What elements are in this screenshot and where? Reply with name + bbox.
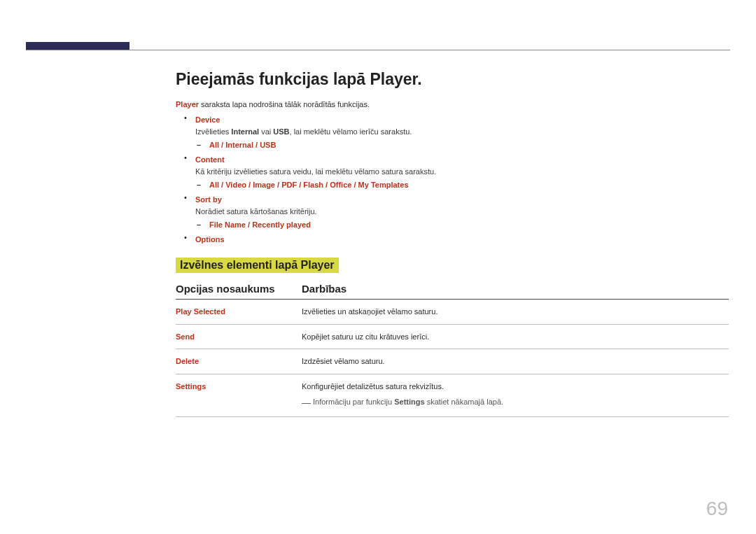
intro-text: Player saraksta lapa nodrošina tālāk nor… xyxy=(176,99,729,111)
function-item-device: Device Izvēlieties Internal vai USB, lai… xyxy=(195,113,729,153)
content-opt-pdf: PDF xyxy=(281,181,297,189)
device-desc-usb: USB xyxy=(273,127,289,136)
content-opt-mytemplates: My Templates xyxy=(358,181,409,189)
device-desc: Izvēlieties Internal vai USB, lai meklēt… xyxy=(195,126,729,139)
device-label: Device xyxy=(195,113,729,127)
row-play-selected-name: Play Selected xyxy=(176,300,302,325)
sortby-desc: Norādiet satura kārtošanas kritēriju. xyxy=(195,206,729,218)
table-row: Play Selected Izvēlieties un atskaņojiet… xyxy=(176,300,729,325)
note-dash: ― xyxy=(302,398,313,408)
th-option-name: Opcijas nosaukums xyxy=(176,283,302,300)
row-send-action: Kopējiet saturu uz citu krātuves ierīci. xyxy=(302,324,729,349)
content-opt-flash: Flash xyxy=(303,181,323,189)
table-header-row: Opcijas nosaukums Darbības xyxy=(176,283,729,300)
function-item-options: Options xyxy=(195,233,729,246)
table-row: Delete Izdzēsiet vēlamo saturu. xyxy=(176,349,729,374)
content-options: All / Video / Image / PDF / Flash / Offi… xyxy=(195,178,729,192)
row-settings-action: Konfigurējiet detalizētus satura rekvizī… xyxy=(302,374,729,416)
menu-elements-heading: Izvēlnes elementi lapā Player xyxy=(176,258,339,273)
note-settings-word: Settings xyxy=(394,398,424,406)
content-label: Content xyxy=(195,153,729,167)
row-delete-name: Delete xyxy=(176,349,302,374)
device-opt-usb: USB xyxy=(260,141,276,149)
device-opt-internal: Internal xyxy=(225,141,253,149)
device-desc-internal: Internal xyxy=(231,127,259,136)
content-opt-image: Image xyxy=(253,181,275,189)
th-actions: Darbības xyxy=(302,283,729,300)
page-number: 69 xyxy=(706,498,728,520)
sortby-options: File Name / Recently played xyxy=(195,218,729,232)
header-separator xyxy=(26,50,730,50)
content-opt-video: Video xyxy=(225,181,246,189)
row-settings-action-text: Konfigurējiet detalizētus satura rekvizī… xyxy=(302,382,444,391)
table-row: Send Kopējiet saturu uz citu krātuves ie… xyxy=(176,324,729,349)
function-item-sortby: Sort by Norādiet satura kārtošanas kritē… xyxy=(195,193,729,232)
function-list: Device Izvēlieties Internal vai USB, lai… xyxy=(176,113,729,246)
content-opt-all: All xyxy=(209,181,219,189)
main-content: Pieejamās funkcijas lapā Player. Player … xyxy=(176,70,729,417)
options-table: Opcijas nosaukums Darbības Play Selected… xyxy=(176,283,729,417)
row-send-name: Send xyxy=(176,324,302,349)
row-settings-name: Settings xyxy=(176,374,302,416)
content-opt-office: Office xyxy=(330,181,351,189)
intro-rest: saraksta lapa nodrošina tālāk norādītās … xyxy=(199,100,370,108)
device-desc-pre: Izvēlieties xyxy=(195,127,231,136)
sortby-label: Sort by xyxy=(195,193,729,206)
note-post: skatiet nākamajā lapā. xyxy=(425,398,504,406)
device-opt-all: All xyxy=(209,141,219,149)
note-pre: Informāciju par funkciju xyxy=(313,398,394,406)
intro-player-word: Player xyxy=(176,100,199,108)
row-delete-action: Izdzēsiet vēlamo saturu. xyxy=(302,349,729,374)
row-play-selected-action: Izvēlieties un atskaņojiet vēlamo saturu… xyxy=(302,300,729,325)
function-item-content: Content Kā kritēriju izvēlieties satura … xyxy=(195,153,729,192)
sortby-opt-recent: Recently played xyxy=(252,220,311,229)
sortby-opt-filename: File Name xyxy=(209,220,246,229)
page-title: Pieejamās funkcijas lapā Player. xyxy=(176,70,729,89)
options-label: Options xyxy=(195,233,729,246)
content-desc: Kā kritēriju izvēlieties satura veidu, l… xyxy=(195,166,729,178)
settings-note: ―Informāciju par funkciju Settings skati… xyxy=(302,396,729,410)
device-desc-mid: vai xyxy=(259,127,273,136)
table-row: Settings Konfigurējiet detalizētus satur… xyxy=(176,374,729,416)
device-options: All / Internal / USB xyxy=(195,139,729,153)
device-desc-post: , lai meklētu vēlamo ierīču sarakstu. xyxy=(290,127,412,136)
